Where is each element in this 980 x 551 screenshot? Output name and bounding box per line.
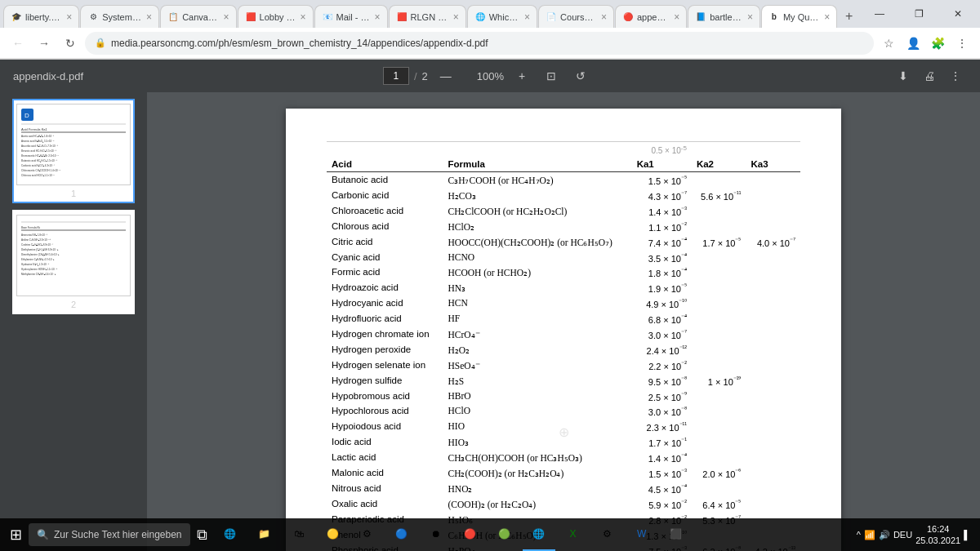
table-row: Chlorous acidHClO₂1.1 × 10⁻² [327, 219, 800, 234]
pdf-rotate-button[interactable]: ↺ [569, 64, 592, 87]
ka-value-cell [746, 281, 800, 296]
tab-rlgn[interactable]: 🟥 RLGN 105 × [389, 5, 466, 28]
ka-value-cell [746, 450, 800, 465]
taskbar-app5[interactable]: ⚙ [351, 518, 384, 551]
menu-button[interactable]: ⋮ [951, 32, 973, 55]
tab-close-lobby[interactable]: × [301, 11, 306, 23]
acid-name-cell: Formic acid [327, 265, 443, 281]
svg-text:Acetic acid    HC₂H₃O₂     1.8: Acetic acid HC₂H₃O₂ 1.8×10⁻⁵ [21, 135, 55, 138]
ka-value-cell [746, 404, 800, 420]
acid-name-cell: Lactic acid [327, 450, 443, 465]
thumbnail-page-2[interactable]: Base Formula Kb Ammonia NH₃ 1.8×10⁻⁵ Ani… [12, 210, 135, 314]
taskbar-system-tray: ^ 📶 🔊 DEU 16:24 25.03.2021 ▌ [857, 523, 977, 547]
ka-value-cell: 1.8 × 10⁻⁴ [632, 265, 692, 281]
back-button[interactable]: ← [7, 32, 29, 55]
tab-myquest[interactable]: b My Quest: × [761, 5, 837, 28]
tab-whichof[interactable]: 🌐 Which of × [467, 5, 537, 28]
ka-value-cell [746, 358, 800, 373]
page-number-input[interactable] [383, 67, 409, 85]
tab-appendix[interactable]: 🔴 appendix × [615, 5, 687, 28]
taskbar-app9[interactable]: 🟢 [488, 518, 521, 551]
profile-button[interactable]: 👤 [902, 32, 924, 55]
column-header: Formula [443, 157, 632, 172]
tab-course[interactable]: 📄 Course H: × [538, 5, 614, 28]
ka-value-cell: 5.9 × 10⁻² [632, 496, 692, 512]
taskbar-edge[interactable]: 🌐 [214, 518, 247, 551]
taskbar-search[interactable]: 🔍 Zur Suche Text hier eingeben [29, 523, 190, 546]
tab-close-bartleby[interactable]: × [747, 11, 753, 23]
ka-value-cell: 1.9 × 10⁻⁵ [632, 281, 692, 296]
taskbar-store[interactable]: 🛍 [283, 518, 315, 551]
restore-button[interactable]: ❐ [900, 0, 938, 28]
taskbar-settings[interactable]: ⚙ [591, 518, 624, 551]
table-row: Hydroazoic acidHN₃1.9 × 10⁻⁵ [327, 281, 800, 296]
taskbar-app4[interactable]: 🟡 [317, 518, 350, 551]
extensions-button[interactable]: 🧩 [926, 32, 949, 55]
pdf-plus-button[interactable]: + [510, 64, 533, 87]
pdf-download-button[interactable]: ⬇ [892, 64, 915, 87]
ka-value-cell: 3.0 × 10⁻⁸ [632, 404, 692, 420]
pdf-print-button[interactable]: 🖨 [918, 64, 941, 87]
taskbar-word[interactable]: W [626, 518, 658, 551]
taskbar-chrome[interactable]: 🌐 [523, 518, 555, 551]
taskbar-explorer[interactable]: 📁 [248, 518, 281, 551]
pdf-main[interactable]: 0.5 × 10-5 AcidFormulaKa1Ka2Ka3 Butanoic… [147, 92, 980, 551]
tab-canvas[interactable]: 📋 Canvas - I × [160, 5, 236, 28]
ka-value-cell [746, 296, 800, 312]
tab-close-whichof[interactable]: × [524, 11, 530, 23]
tab-close-myquest[interactable]: × [824, 11, 830, 23]
reload-button[interactable]: ↻ [59, 32, 82, 55]
minimize-button[interactable]: — [861, 0, 898, 28]
taskbar-app8[interactable]: 🔴 [454, 518, 487, 551]
close-button[interactable]: ✕ [939, 0, 977, 28]
formula-cell: HIO [443, 420, 632, 435]
address-bar[interactable]: 🔒 media.pearsoncmg.com/ph/esm/esm_brown_… [85, 32, 874, 55]
show-desktop-button[interactable]: ▌ [964, 530, 970, 540]
tab-close-canvas[interactable]: × [224, 11, 229, 23]
tab-lobby[interactable]: 🟥 Lobby | Tc × [238, 5, 314, 28]
tab-mail[interactable]: 📧 Mail - Su: × [314, 5, 388, 28]
tray-icon-network: 📶 [864, 530, 875, 540]
acid-name-cell: Hydroazoic acid [327, 281, 443, 296]
clock-time: 16:24 [915, 523, 960, 535]
system-clock[interactable]: 16:24 25.03.2021 [915, 523, 960, 547]
ka-value-cell [746, 265, 800, 281]
svg-text:Bromoacetic    HC₂H₂O₂Br   2.0: Bromoacetic HC₂H₂O₂Br 2.0×10⁻³ [21, 154, 58, 158]
forward-button[interactable]: → [33, 32, 56, 55]
taskbar-app6[interactable]: 🔵 [385, 518, 418, 551]
svg-text:Butanoic acid  HC₄H₇O₂     1.5: Butanoic acid HC₄H₇O₂ 1.5×10⁻⁵ [21, 159, 58, 162]
table-row: Butanoic acidC₃H₇COOH (or HC₄H₇O₂)1.5 × … [327, 172, 800, 189]
pdf-minus-button[interactable]: — [434, 64, 457, 87]
tab-close-liberty[interactable]: × [66, 11, 72, 23]
new-tab-button[interactable]: + [838, 5, 860, 28]
ka-value-cell: 2.3 × 10⁻¹¹ [632, 420, 692, 435]
start-button[interactable]: ⊞ [3, 518, 29, 551]
pdf-fit-button[interactable]: ⊡ [540, 64, 563, 87]
svg-text:Base           Formula      Kb: Base Formula Kb [21, 226, 41, 229]
url-text: media.pearsoncmg.com/ph/esm/esm_brown_ch… [111, 38, 864, 49]
tab-bartleby[interactable]: 📘 bartlebya × [688, 5, 760, 28]
bookmark-button[interactable]: ☆ [877, 32, 900, 55]
taskbar-app7[interactable]: ⏺ [420, 518, 452, 551]
tab-close-rlgn[interactable]: × [453, 11, 459, 23]
formula-cell: HOOCC(OH)(CH₂COOH)₂ (or HC₆H₅O₇) [443, 234, 632, 250]
task-view-button[interactable]: ⧉ [190, 518, 214, 551]
nav-actions: ☆ 👤 🧩 ⋮ [877, 32, 973, 55]
thumbnail-number-1: 1 [71, 189, 76, 198]
window-controls: — ❐ ✕ [861, 0, 977, 28]
tab-system[interactable]: ⚙ System Ch × [80, 5, 159, 28]
tab-close-appendix[interactable]: × [674, 11, 679, 23]
tab-close-course[interactable]: × [601, 11, 607, 23]
acid-name-cell: Chlorous acid [327, 219, 443, 234]
tab-liberty[interactable]: 🎓 liberty.edu × [3, 5, 79, 28]
tab-label-whichof: Which of [489, 12, 521, 22]
taskbar-excel[interactable]: X [557, 518, 590, 551]
tab-close-mail[interactable]: × [375, 11, 381, 23]
page-total: 2 [422, 70, 428, 82]
thumbnail-page-1[interactable]: D Acid Formula Ka1 Acetic acid HC₂H₃O₂ 1… [12, 99, 135, 203]
table-row: Hydrogen chromate ionHCrO₄⁻3.0 × 10⁻⁷ [327, 327, 800, 342]
navigation-bar: ← → ↻ 🔒 media.pearsoncmg.com/ph/esm/esm_… [0, 28, 980, 59]
taskbar-app10[interactable]: ⬛ [660, 518, 693, 551]
pdf-more-button[interactable]: ⋮ [944, 64, 967, 87]
tab-close-system[interactable]: × [146, 11, 152, 23]
